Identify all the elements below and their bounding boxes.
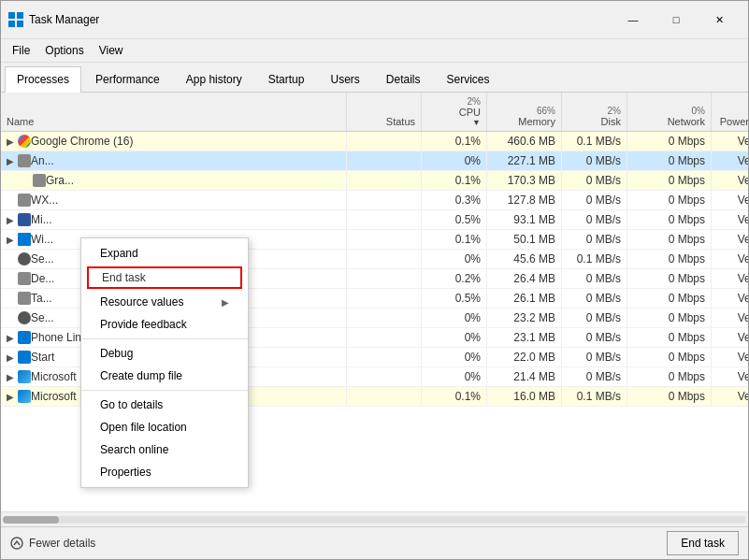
disk-value: 0 MB/s [586, 331, 621, 344]
fewer-details-button[interactable]: Fewer details [10, 537, 95, 550]
scrollbar-thumb[interactable] [3, 516, 59, 524]
network-value: 0 Mbps [669, 233, 705, 246]
col-memory[interactable]: 66% Memory [487, 93, 562, 131]
expand-arrow[interactable]: ▶ [5, 371, 16, 382]
ctx-end-task[interactable]: End task [87, 266, 242, 289]
process-network-cell: 0 Mbps [627, 250, 712, 268]
process-icon [18, 390, 31, 403]
tab-services[interactable]: Services [435, 66, 502, 92]
network-value: 0 Mbps [669, 213, 705, 226]
process-cpu-cell: 0% [422, 151, 487, 170]
horizontal-scrollbar[interactable] [1, 511, 748, 526]
memory-value: 170.3 MB [508, 174, 555, 187]
disk-value: 0.1 MB/s [577, 390, 621, 403]
expand-arrow[interactable]: ▶ [5, 155, 16, 166]
col-cpu[interactable]: 2% CPU ▼ [422, 93, 487, 131]
network-value: 0 Mbps [669, 331, 705, 344]
ctx-create-dump[interactable]: Create dump file [81, 365, 248, 387]
process-memory-cell: 22.0 MB [487, 348, 562, 366]
disk-value: 0 MB/s [586, 213, 621, 226]
expand-arrow[interactable]: ▶ [5, 234, 16, 245]
ctx-expand[interactable]: Expand [81, 242, 248, 265]
ctx-separator-1 [81, 338, 248, 339]
ctx-resource-values[interactable]: Resource values ▶ [81, 291, 248, 313]
menu-view[interactable]: View [92, 41, 131, 60]
process-cpu-cell: 0.5% [422, 210, 487, 229]
submenu-arrow: ▶ [222, 297, 229, 308]
tab-app-history[interactable]: App history [174, 66, 254, 92]
expand-arrow [5, 312, 16, 323]
process-icon [18, 292, 31, 305]
table-row[interactable]: Gra... 0.1% 170.3 MB 0 MB/s 0 Mbps Very … [1, 171, 748, 191]
title-controls: — □ ✕ [612, 7, 741, 33]
col-status[interactable]: Status [347, 93, 422, 131]
expand-arrow[interactable]: ▶ [5, 214, 16, 225]
power-value: Very low [738, 311, 748, 324]
ctx-open-file[interactable]: Open file location [81, 416, 248, 438]
ctx-go-to-details[interactable]: Go to details [81, 394, 248, 416]
process-icon [33, 174, 46, 187]
process-power-cell: Very low [712, 387, 748, 406]
menu-options[interactable]: Options [37, 41, 91, 60]
process-network-cell: 0 Mbps [627, 289, 712, 308]
power-value: Very low [738, 390, 748, 403]
title-bar-left: Task Manager [8, 12, 99, 27]
ctx-properties[interactable]: Properties [81, 461, 248, 483]
ctx-provide-feedback[interactable]: Provide feedback [81, 313, 248, 336]
process-status-cell [347, 367, 422, 386]
col-power[interactable]: Power usage [712, 93, 748, 131]
process-memory-cell: 16.0 MB [487, 387, 562, 406]
scrollbar-track [3, 516, 746, 524]
cpu-value: 0% [465, 311, 481, 324]
network-value: 0 Mbps [669, 292, 705, 305]
process-memory-cell: 23.2 MB [487, 309, 562, 327]
task-manager-window: Task Manager — □ ✕ File Options View Pro… [0, 0, 749, 560]
tab-performance[interactable]: Performance [83, 66, 172, 92]
svg-rect-0 [8, 12, 15, 19]
process-status-cell [347, 132, 422, 151]
expand-arrow[interactable]: ▶ [5, 332, 16, 343]
expand-arrow[interactable]: ▶ [5, 352, 16, 363]
process-status-cell [347, 309, 422, 327]
process-power-cell: Very low [712, 348, 748, 366]
maximize-button[interactable]: □ [655, 7, 698, 33]
col-memory-pct: 66% [537, 106, 555, 116]
main-content: Name Status 2% CPU ▼ 66% Memory [1, 93, 748, 526]
expand-arrow[interactable]: ▶ [5, 391, 16, 402]
process-disk-cell: 0.1 MB/s [562, 132, 627, 151]
cpu-value: 0.1% [455, 233, 481, 246]
tab-users[interactable]: Users [318, 66, 371, 92]
tab-startup[interactable]: Startup [256, 66, 317, 92]
col-network[interactable]: 0% Network [627, 93, 712, 131]
minimize-button[interactable]: — [612, 7, 655, 33]
process-power-cell: Very low [712, 210, 748, 229]
end-task-button[interactable]: End task [667, 531, 739, 555]
table-row[interactable]: WX... 0.3% 127.8 MB 0 MB/s 0 Mbps Very l… [1, 191, 748, 210]
process-name-label: Se... [31, 311, 54, 324]
sort-arrow-cpu: ▼ [472, 118, 481, 127]
close-button[interactable]: ✕ [698, 7, 741, 33]
table-row[interactable]: ▶ Mi... 0.5% 93.1 MB 0 MB/s 0 Mbps Very … [1, 210, 748, 230]
menu-file[interactable]: File [5, 41, 37, 60]
process-cpu-cell: 0.1% [422, 230, 487, 249]
process-memory-cell: 127.8 MB [487, 191, 562, 209]
process-icon [18, 331, 31, 344]
process-name-label: Mi... [31, 213, 52, 226]
ctx-search-online[interactable]: Search online [81, 438, 248, 461]
expand-arrow[interactable]: ▶ [5, 136, 16, 147]
svg-rect-1 [17, 12, 23, 19]
process-name-cell: Gra... [1, 171, 347, 190]
table-row[interactable]: ▶ Google Chrome (16) 0.1% 460.6 MB 0.1 M… [1, 132, 748, 151]
process-status-cell [347, 151, 422, 170]
tab-processes[interactable]: Processes [5, 66, 81, 93]
network-value: 0 Mbps [669, 390, 705, 403]
tab-bar: Processes Performance App history Startu… [1, 63, 748, 93]
table-row[interactable]: ▶ An... 0% 227.1 MB 0 MB/s 0 Mbps Very l… [1, 151, 748, 171]
disk-value: 0.1 MB/s [577, 135, 621, 148]
tab-details[interactable]: Details [374, 66, 433, 92]
process-memory-cell: 45.6 MB [487, 250, 562, 268]
col-disk[interactable]: 2% Disk [562, 93, 627, 131]
process-cpu-cell: 0.5% [422, 289, 487, 308]
ctx-debug[interactable]: Debug [81, 342, 248, 365]
col-name[interactable]: Name [1, 93, 347, 131]
